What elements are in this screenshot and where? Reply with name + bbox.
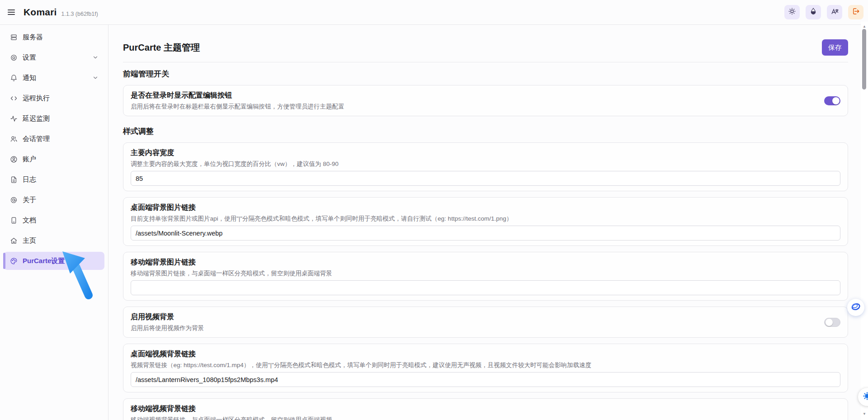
scrollbar-down-arrow[interactable]: ▼ [861,412,868,416]
droplet-icon [809,7,817,17]
app-header: Komari 1.1.3 (b62fb1f) [0,0,868,25]
floating-extension-button[interactable] [847,299,864,316]
blue-sun-icon [862,391,868,403]
sidebar-nav: 服务器 设置 通知 远程执行 延迟监测 [0,25,108,420]
translate-icon [830,7,839,18]
appearance-button[interactable] [806,5,821,19]
sidebar-item-sessions[interactable]: 会话管理 [4,130,104,148]
code-icon [10,94,18,102]
card-main-content-width: 主要内容宽度 调整主要内容的最大宽度，单位为视口宽度的百分比（vw），建议值为 … [123,142,848,191]
sidebar-item-label: 主页 [23,236,36,245]
sidebar-item-label: 远程执行 [23,94,50,103]
users-icon [10,135,18,143]
section-heading-frontend-switch: 前端管理开关 [123,69,848,80]
card-title: 桌面端视频背景链接 [131,349,840,359]
main-content-width-input[interactable] [131,171,840,186]
home-icon [10,237,18,245]
sidebar-item-label: 会话管理 [23,135,50,143]
card-desc: 启用后将在登录时在标题栏最右侧显示配置编辑按钮，方便管理员进行主题配置 [131,102,840,111]
theme-toggle-button[interactable] [784,5,800,19]
card-mobile-video-bg: 移动端视频背景链接 移动端视频背景链接，与桌面端一样区分亮暗模式，留空则使用桌面… [123,398,848,420]
sidebar-item-label: 服务器 [23,33,43,42]
card-enable-video-bg: 启用视频背景 启用后将使用视频作为背景 [123,307,848,338]
sidebar-item-docs[interactable]: 文档 [4,211,104,229]
card-desktop-bg-image: 桌面端背景图片链接 目前支持单张背景图片或图片api，使用"|"分隔亮色模式和暗… [123,197,848,246]
sidebar-item-label: 日志 [23,175,36,184]
card-desc: 调整主要内容的最大宽度，单位为视口宽度的百分比（vw），建议值为 80-90 [131,160,840,168]
menu-toggle-button[interactable] [4,5,19,20]
show-config-edit-toggle[interactable] [824,96,840,105]
sun-icon [788,7,796,17]
sidebar-item-account[interactable]: 账户 [4,150,104,168]
language-button[interactable] [827,5,842,19]
header-actions [784,5,863,19]
page-title: PurCarte 主题管理 [123,42,200,54]
sidebar-item-remote-exec[interactable]: 远程执行 [4,89,104,107]
bell-icon [10,74,18,82]
server-icon [10,33,18,41]
card-mobile-bg-image: 移动端背景图片链接 移动端背景图片链接，与桌面端一样区分亮暗模式，留空则使用桌面… [123,252,848,301]
sidebar-item-label: 通知 [23,74,36,82]
card-title: 桌面端背景图片链接 [131,203,840,212]
sidebar-item-label: 延迟监测 [23,114,50,123]
sidebar-item-notifications[interactable]: 通知 [4,69,104,87]
loop-swirl-icon [850,301,862,314]
save-button[interactable]: 保存 [822,39,848,56]
sidebar-item-label: PurCarte设置 [23,257,65,265]
main-content: PurCarte 主题管理 保存 前端管理开关 是否在登录时显示配置编辑按钮 启… [108,25,868,420]
card-desktop-video-bg: 桌面端视频背景链接 视频背景链接（eg: https://test.com/1.… [123,344,848,392]
card-desc: 移动端背景图片链接，与桌面端一样区分亮暗模式，留空则使用桌面端背景 [131,269,840,278]
sidebar-item-about[interactable]: 关于 [4,191,104,209]
sidebar-item-label: 文档 [23,216,36,225]
sidebar-item-label: 设置 [23,53,36,62]
mobile-bg-image-input[interactable] [131,280,840,295]
sidebar-item-home[interactable]: 主页 [4,231,104,250]
sidebar-item-servers[interactable]: 服务器 [4,28,104,46]
enable-video-bg-toggle[interactable] [824,318,840,327]
card-title: 主要内容宽度 [131,148,840,158]
section-heading-style-adjust: 样式调整 [123,126,848,137]
sidebar-item-settings[interactable]: 设置 [4,48,104,66]
card-desc: 目前支持单张背景图片或图片api，使用"|"分隔亮色模式和暗色模式，填写单个则同… [131,214,840,223]
chevron-down-icon [92,54,99,61]
card-title: 是否在登录时显示配置编辑按钮 [131,90,840,100]
activity-icon [10,115,18,123]
card-show-config-edit-button: 是否在登录时显示配置编辑按钮 启用后将在登录时在标题栏最右侧显示配置编辑按钮，方… [123,85,848,116]
sidebar-item-label: 关于 [23,196,36,204]
card-desc: 启用后将使用视频作为背景 [131,324,840,332]
sidebar-item-label: 账户 [23,155,36,164]
logout-icon [852,7,860,17]
card-title: 移动端视频背景链接 [131,404,840,414]
desktop-bg-image-input[interactable] [131,226,840,241]
divider [123,62,848,62]
sidebar-item-logs[interactable]: 日志 [4,170,104,189]
sidebar-item-purcarte-settings[interactable]: PurCarte设置 [4,252,104,270]
file-text-icon [10,176,18,184]
scrollbar-up-arrow[interactable]: ▲ [861,24,868,29]
chevron-down-icon [92,75,99,81]
at-sign-icon [10,196,18,204]
card-title: 启用视频背景 [131,312,840,322]
user-circle-icon [10,156,18,163]
card-title: 移动端背景图片链接 [131,257,840,267]
scrollbar-thumb[interactable] [862,29,866,90]
desktop-video-bg-input[interactable] [131,372,840,387]
sidebar-item-latency[interactable]: 延迟监测 [4,109,104,127]
card-desc: 移动端视频背景链接，与桌面端一样区分亮暗模式，留空则使用桌面端视频 [131,415,840,420]
vertical-scrollbar[interactable]: ▲ ▼ [861,22,868,420]
settings-icon [10,54,18,61]
logout-button[interactable] [848,5,863,19]
document-icon [10,217,18,224]
app-logo[interactable]: Komari [24,7,57,18]
palette-icon [10,257,18,265]
card-desc: 视频背景链接（eg: https://test.com/1.mp4），使用"|"… [131,361,840,369]
app-version: 1.1.3 (b62fb1f) [61,11,98,17]
